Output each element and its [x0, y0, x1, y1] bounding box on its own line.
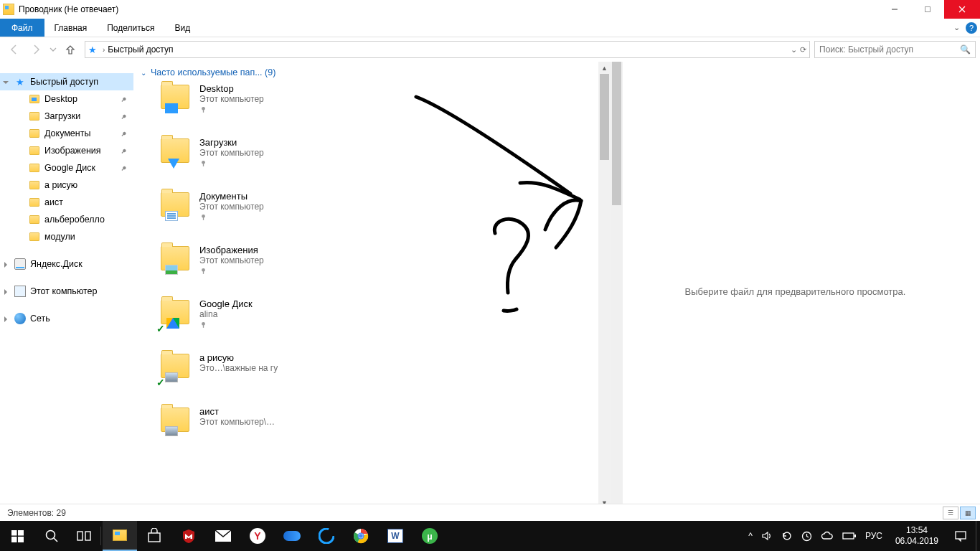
- taskbar-app-blue[interactable]: [275, 521, 309, 551]
- up-button[interactable]: [60, 39, 80, 60]
- pin-icon: [199, 214, 405, 222]
- taskbar-word[interactable]: W: [378, 521, 413, 551]
- forward-button[interactable]: [26, 39, 46, 60]
- taskbar-explorer[interactable]: [103, 521, 137, 551]
- refresh-icon[interactable]: ⟳: [800, 45, 806, 55]
- folder-icon: [29, 231, 40, 242]
- preview-vertical-scrollbar[interactable]: [611, 62, 623, 521]
- scroll-up-arrow-icon[interactable]: ▲: [598, 62, 611, 74]
- ribbon-file-tab[interactable]: Файл: [0, 19, 44, 37]
- folder-icon: [29, 128, 40, 139]
- nav-item[interactable]: Загрузки: [14, 108, 133, 125]
- start-button[interactable]: [0, 521, 34, 551]
- svg-rect-13: [121, 168, 124, 171]
- folder-item[interactable]: Google Дискalina: [161, 297, 405, 351]
- pin-icon: [119, 95, 127, 103]
- nav-item[interactable]: Изображения: [14, 142, 133, 159]
- address-bar[interactable]: ★ › Быстрый доступ ⌄ ⟳: [85, 41, 810, 58]
- navigation-pane[interactable]: ★ Быстрый доступ DesktopЗагрузкиДокумент…: [0, 62, 133, 521]
- action-center-button[interactable]: [946, 521, 976, 551]
- view-details-button[interactable]: ☰: [943, 507, 958, 519]
- pin-icon: [199, 106, 405, 114]
- tray-clock-icon[interactable]: [801, 531, 812, 542]
- taskbar-chrome[interactable]: [344, 521, 378, 551]
- folder-large-icon: [161, 189, 192, 221]
- tray-sync-icon[interactable]: [781, 530, 793, 542]
- scroll-thumb[interactable]: [600, 74, 609, 160]
- pin-icon: [119, 112, 127, 120]
- nav-item[interactable]: Desktop: [14, 90, 133, 108]
- nav-network[interactable]: Сеть: [0, 310, 133, 327]
- taskbar-mail[interactable]: [206, 521, 240, 551]
- tray-battery-icon[interactable]: [842, 532, 857, 540]
- nav-item[interactable]: Google Диск: [14, 159, 133, 176]
- nav-item-label: а рисую: [44, 180, 77, 190]
- folder-large-icon: [161, 351, 192, 382]
- folder-item[interactable]: ИзображенияЭтот компьютер: [161, 243, 405, 297]
- status-bar: Элементов: 29 ☰ ▦: [0, 504, 980, 521]
- ribbon-expand-icon[interactable]: ⌄: [953, 23, 960, 32]
- explorer-icon: [3, 4, 14, 15]
- content-vertical-scrollbar[interactable]: ▲ ▼: [598, 62, 611, 521]
- svg-rect-26: [11, 537, 17, 542]
- address-dropdown-icon[interactable]: ⌄: [791, 45, 797, 55]
- folder-item[interactable]: ДокументыЭтот компьютер: [161, 189, 405, 243]
- nav-quick-access[interactable]: ★ Быстрый доступ: [0, 73, 133, 90]
- ribbon-tab-view[interactable]: Вид: [164, 19, 200, 37]
- nav-item[interactable]: альберобелло: [14, 211, 133, 228]
- back-button[interactable]: [4, 39, 24, 60]
- help-icon[interactable]: ?: [966, 22, 977, 34]
- ribbon-tab-share[interactable]: Поделиться: [97, 19, 164, 37]
- search-input[interactable]: [819, 44, 960, 55]
- folder-large-icon: [161, 82, 192, 113]
- recent-locations-button[interactable]: [47, 39, 59, 60]
- taskbar-mcafee[interactable]: [171, 521, 206, 551]
- nav-item-label: модули: [44, 232, 75, 242]
- svg-rect-21: [203, 270, 204, 273]
- nav-item[interactable]: Документы: [14, 125, 133, 142]
- breadcrumb[interactable]: Быстрый доступ: [108, 44, 173, 55]
- taskbar-opera[interactable]: [309, 521, 344, 551]
- taskbar-utorrent[interactable]: µ: [413, 521, 447, 551]
- folder-icon: [29, 93, 40, 105]
- nav-this-pc[interactable]: Этот компьютер: [0, 283, 133, 300]
- nav-quick-access-label: Быстрый доступ: [30, 77, 98, 87]
- ribbon-tab-home[interactable]: Главная: [44, 19, 98, 37]
- preview-scroll-thumb[interactable]: [612, 62, 621, 205]
- folder-item[interactable]: аистЭтот компьютер\…: [161, 405, 405, 458]
- pin-icon: [119, 146, 127, 154]
- search-box[interactable]: 🔍: [814, 41, 976, 58]
- taskbar-date: 06.04.2019: [895, 536, 938, 547]
- nav-yandex-disk[interactable]: Яндекс.Диск: [0, 255, 133, 273]
- close-button[interactable]: [944, 0, 980, 19]
- svg-rect-17: [203, 163, 204, 166]
- pin-icon: [199, 268, 405, 276]
- sync-check-icon: [156, 377, 165, 385]
- tray-volume-icon[interactable]: [761, 530, 773, 542]
- nav-item[interactable]: аист: [14, 194, 133, 211]
- taskbar-yandex-browser[interactable]: Y: [240, 521, 275, 551]
- view-large-icons-button[interactable]: ▦: [960, 507, 976, 519]
- folder-location: Этот компьютер: [199, 202, 405, 212]
- folder-item[interactable]: а рисуюЭто…\важные на гу: [161, 351, 405, 405]
- folder-name: аист: [199, 406, 405, 417]
- group-collapse-icon[interactable]: ⌄: [141, 69, 146, 77]
- show-desktop-button[interactable]: [976, 521, 980, 551]
- tray-overflow-icon[interactable]: ^: [748, 531, 753, 541]
- search-button[interactable]: [34, 521, 69, 551]
- nav-item[interactable]: а рисую: [14, 176, 133, 194]
- group-header[interactable]: ⌄ Часто используемые пап... (9): [133, 62, 611, 82]
- nav-item[interactable]: модули: [14, 228, 133, 245]
- minimize-button[interactable]: [878, 0, 911, 19]
- maximize-button[interactable]: [911, 0, 944, 19]
- task-view-button[interactable]: [69, 521, 99, 551]
- search-icon[interactable]: 🔍: [960, 44, 971, 55]
- folder-item[interactable]: ЗагрузкиЭтот компьютер: [161, 136, 405, 189]
- taskbar-clock[interactable]: 13:54 06.04.2019: [888, 525, 946, 547]
- folder-item[interactable]: DesktopЭтот компьютер: [161, 82, 405, 136]
- tray-language[interactable]: РУС: [865, 531, 882, 541]
- svg-point-28: [47, 531, 55, 540]
- tray-cloud-icon[interactable]: [821, 531, 834, 541]
- taskbar-store[interactable]: [137, 521, 171, 551]
- folder-location: Этот компьютер: [199, 255, 405, 265]
